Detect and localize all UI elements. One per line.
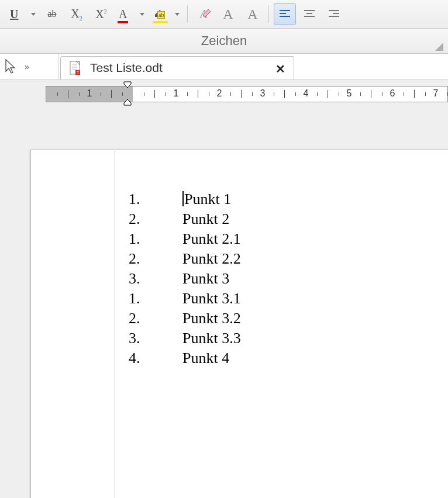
- more-tools-icon[interactable]: »: [25, 62, 29, 71]
- ruler-tick: [144, 92, 144, 96]
- underline-glyph: U: [10, 8, 18, 21]
- svg-text:T: T: [77, 71, 80, 75]
- tool-cursor-area: »: [0, 54, 59, 79]
- formatting-toolbar: U ab X2 X2 A ab A A: [0, 0, 448, 29]
- left-indent-marker[interactable]: [123, 98, 132, 106]
- chevron-down-icon: [175, 13, 180, 16]
- ruler-tick: [284, 90, 285, 98]
- ruler-tick: [252, 92, 253, 96]
- text-cursor: [182, 191, 184, 206]
- ruler-tick: [339, 92, 339, 96]
- list-item[interactable]: 3.Punkt 3: [129, 269, 241, 289]
- list-number: 3.: [129, 269, 182, 289]
- document-tab[interactable]: T Test Liste.odt ✕: [60, 56, 294, 79]
- clear-formatting-button[interactable]: A: [192, 3, 215, 25]
- list-text: Punkt 3: [182, 269, 229, 289]
- ruler-tick: [101, 92, 101, 96]
- list-number: 2.: [129, 249, 182, 269]
- ruler-tick: [68, 90, 68, 98]
- ruler-tick: [111, 90, 112, 98]
- superscript-glyph: X2: [95, 8, 106, 21]
- ruler-number: 3: [260, 88, 266, 99]
- list-item[interactable]: 1.Punkt 2.1: [129, 229, 241, 249]
- ruler-tick: [295, 92, 296, 96]
- strikethrough-button[interactable]: ab: [41, 3, 63, 25]
- strike-glyph: ab: [47, 9, 56, 19]
- ruler-tick: [122, 92, 123, 96]
- ruler-tick: [414, 90, 415, 98]
- superscript-button[interactable]: X2: [90, 3, 112, 25]
- ruler-number: 7: [433, 88, 439, 99]
- horizontal-ruler[interactable]: 11234567: [46, 86, 448, 102]
- document-viewport[interactable]: 1.Punkt 12.Punkt 21.Punkt 2.12.Punkt 2.2…: [0, 106, 448, 498]
- highlight-swatch: [153, 21, 168, 23]
- align-left-button[interactable]: [274, 3, 296, 25]
- list-item[interactable]: 2.Punkt 2.2: [129, 249, 241, 269]
- ruler-number: 1: [174, 88, 179, 99]
- list-item[interactable]: 1.Punkt 1: [129, 189, 241, 209]
- font-color-swatch: [118, 21, 128, 23]
- ruler-tick: [187, 92, 188, 96]
- resize-grip-icon[interactable]: [435, 43, 443, 51]
- svg-marker-13: [76, 61, 80, 65]
- ruler-tick: [404, 92, 404, 96]
- ruler-number: 1: [87, 88, 92, 99]
- highlight-color-button[interactable]: ab: [150, 3, 182, 25]
- list-item[interactable]: 1.Punkt 3.1: [129, 289, 241, 309]
- ruler-tick: [425, 92, 426, 96]
- svg-marker-19: [124, 82, 131, 88]
- char-glyph: A: [247, 6, 257, 22]
- list-item[interactable]: 2.Punkt 3.2: [129, 309, 241, 328]
- ruler-tick: [154, 90, 155, 98]
- list-item[interactable]: 4.Punkt 4: [129, 348, 241, 368]
- ruler-tick: [382, 92, 382, 96]
- list-number: 2.: [129, 209, 182, 229]
- svg-marker-20: [124, 99, 131, 105]
- highlight-glyph: ab: [157, 11, 165, 19]
- char-glyph: A: [223, 6, 233, 22]
- document-tab-bar: » T Test Liste.odt ✕: [0, 54, 448, 80]
- document-content[interactable]: 1.Punkt 12.Punkt 21.Punkt 2.12.Punkt 2.2…: [129, 189, 241, 368]
- character-style-a1-button[interactable]: A: [217, 3, 239, 25]
- ruler-tick: [447, 92, 447, 96]
- align-center-icon: [304, 9, 315, 19]
- list-number: 2.: [129, 309, 182, 328]
- font-color-glyph: A: [119, 8, 127, 20]
- list-text: Punkt 1: [182, 189, 231, 209]
- list-item[interactable]: 3.Punkt 3.3: [129, 328, 241, 348]
- subscript-glyph: X2: [71, 7, 82, 22]
- list-text: Punkt 3.2: [182, 309, 241, 328]
- ruler-number: 6: [390, 88, 395, 99]
- ruler-tick: [230, 92, 231, 96]
- ruler-tick: [317, 92, 318, 96]
- list-number: 3.: [129, 328, 182, 348]
- ruler-number: 4: [304, 88, 309, 99]
- svg-marker-11: [6, 60, 15, 73]
- align-right-button[interactable]: [323, 3, 345, 25]
- first-line-indent-marker[interactable]: [123, 81, 132, 89]
- ruler-tick: [166, 92, 166, 96]
- list-number: 1.: [129, 229, 182, 249]
- cursor-icon[interactable]: [4, 58, 16, 75]
- list-number: 4.: [129, 348, 182, 368]
- list-number: 1.: [129, 289, 182, 309]
- list-text: Punkt 4: [182, 348, 229, 368]
- ruler-number: 5: [347, 88, 352, 99]
- close-icon[interactable]: ✕: [275, 62, 285, 76]
- subscript-button[interactable]: X2: [66, 3, 88, 25]
- underline-button[interactable]: U: [6, 3, 39, 25]
- ruler-tick: [198, 90, 198, 98]
- chevron-down-icon: [140, 13, 144, 16]
- align-center-button[interactable]: [298, 3, 321, 25]
- list-text: Punkt 2: [182, 209, 229, 229]
- font-color-button[interactable]: A: [115, 3, 147, 25]
- document-tab-title: Test Liste.odt: [90, 61, 163, 75]
- character-style-a2-button[interactable]: A: [242, 3, 264, 25]
- list-item[interactable]: 2.Punkt 2: [129, 209, 241, 229]
- svg-rect-12: [70, 61, 80, 74]
- ruler-tick: [209, 92, 209, 96]
- toolbar-separator: [268, 5, 269, 23]
- align-left-icon: [279, 9, 291, 19]
- character-panel-label-strip: Zeichen: [0, 29, 448, 54]
- ruler-number: 2: [217, 88, 222, 99]
